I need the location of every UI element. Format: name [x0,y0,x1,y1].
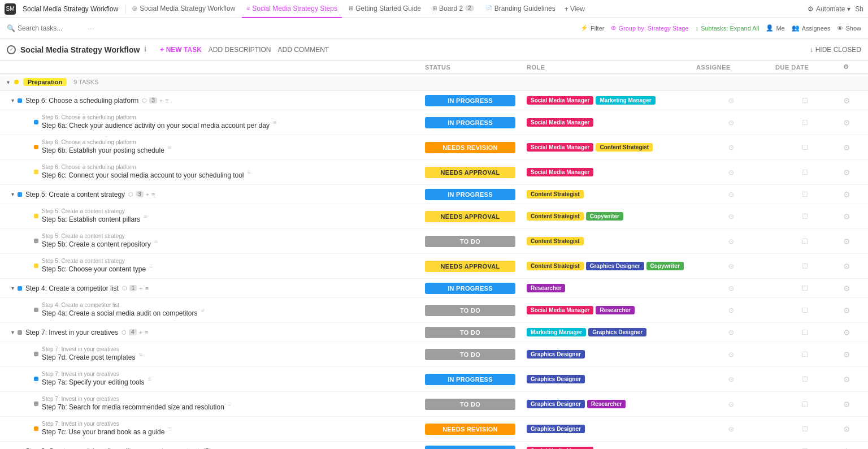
subtask-name-cell[interactable]: Step 5: Create a content strategy Step 5… [7,256,420,277]
subtask-status-cell[interactable]: TO DO [420,396,522,412]
subtask-date-cell[interactable]: ☐ [771,423,839,435]
subtask-name-cell[interactable]: Step 7: Invest in your creatives Step 7b… [7,394,420,415]
subtask-status-cell[interactable]: IN PROGRESS [420,115,522,131]
expand-icon[interactable] [11,329,14,335]
settings-icon[interactable]: ⚙ [843,237,850,246]
subtask-comment-icon[interactable]: ≡ [168,425,171,432]
subtask-status-cell[interactable]: IN PROGRESS [420,372,522,387]
assignees-button[interactable]: 👥 Assignees [792,24,831,32]
task-settings-cell[interactable]: ⚙ [839,94,861,107]
subtask-name-cell[interactable]: Step 7: Invest in your creatives Step 7c… [7,418,420,439]
subtask-comment-icon[interactable]: ≡ [154,238,158,244]
subtask-row[interactable]: Step 5: Create a content strategy Step 5… [0,254,868,279]
settings-icon[interactable]: ⚙ [843,306,850,315]
settings-icon[interactable]: ⚙ [843,375,850,384]
subtask-row[interactable]: Step 5: Create a content strategy Step 5… [0,229,868,254]
subtask-comment-icon[interactable]: ≡ [149,262,153,269]
subtask-settings-cell[interactable]: ⚙ [839,141,861,154]
settings-icon[interactable]: ⚙ [843,118,850,127]
task-settings-icon[interactable]: ⚙ [843,96,850,105]
task-comment-icon[interactable]: ≡ [165,97,168,104]
task-status-cell[interactable]: IN PROGRESS [420,443,522,450]
settings-icon[interactable]: ⚙ [843,400,850,409]
settings-icon[interactable]: ⚙ [843,212,850,221]
project-info-icon[interactable]: ℹ [144,46,146,53]
add-view-button[interactable]: + View [565,5,585,13]
add-comment-button[interactable]: ADD COMMENT [278,46,329,54]
subtask-comment-icon[interactable]: ≡ [147,375,151,382]
task-row[interactable]: Step 5: Create a content strategy ⬡ 3 + … [0,185,868,204]
subtask-date-cell[interactable]: ☐ [771,348,839,361]
subtask-status-cell[interactable]: TO DO [420,303,522,318]
task-name-cell[interactable]: Step 7: Invest in your creatives ⬡ 4 + ≡ [7,326,420,339]
add-subtask-icon[interactable]: + [139,285,142,292]
subtask-status-cell[interactable]: NEEDS APPROVAL [420,258,522,274]
subtask-name-cell[interactable]: Step 6: Choose a scheduling platform Ste… [7,137,420,158]
subtask-name-cell[interactable]: Step 5: Create a content strategy Step 5… [7,206,420,227]
subtask-comment-icon[interactable]: ≡ [273,119,276,126]
subtask-settings-cell[interactable]: ⚙ [839,166,861,179]
subtask-date-cell[interactable]: ☐ [771,166,839,179]
subtask-settings-cell[interactable]: ⚙ [839,348,861,361]
subtask-assignee-cell[interactable]: ⊙ [692,348,771,361]
hide-closed-button[interactable]: ↓ HIDE CLOSED [810,46,861,54]
subtask-name-cell[interactable]: Step 6: Choose a scheduling platform Ste… [7,162,420,183]
subtask-row[interactable]: Step 6: Choose a scheduling platform Ste… [0,135,868,160]
subtask-row[interactable]: Step 4: Create a competitor list Step 4a… [0,298,868,323]
subtask-name-cell[interactable]: Step 7: Invest in your creatives Step 7d… [7,344,420,365]
task-row[interactable]: Step 4: Create a competitor list ⬡ 1 + ≡… [0,279,868,298]
subtask-name-cell[interactable]: Step 4: Create a competitor list Step 4a… [7,300,420,321]
subtask-assignee-cell[interactable]: ⊙ [692,398,771,411]
automate-button[interactable]: ⚙ Automate ▾ [808,5,850,13]
task-settings-cell[interactable]: ⚙ [839,282,861,295]
subtask-status-cell[interactable]: NEEDS APPROVAL [420,165,522,180]
settings-icon[interactable]: ⚙ [843,425,850,434]
subtask-comment-icon[interactable]: ≡ [138,351,142,357]
subtask-row[interactable]: Step 7: Invest in your creatives Step 7a… [0,367,868,392]
task-status-cell[interactable]: IN PROGRESS [420,187,522,202]
task-assignee-cell[interactable]: ⊙ [692,282,771,295]
tab-board[interactable]: ⊞ Board 2 2 [428,0,479,18]
subtask-settings-cell[interactable]: ⚙ [839,116,861,129]
task-assignee-cell[interactable]: ⊙ [692,445,771,450]
task-settings-cell[interactable]: ⚙ [839,326,861,339]
task-date-cell[interactable]: ☐ [771,282,839,295]
task-name-cell[interactable]: Step 6: Choose a scheduling platform ⬡ 3… [7,94,420,107]
settings-icon[interactable]: ⚙ [843,350,850,359]
subtask-row[interactable]: Step 7: Invest in your creatives Step 7d… [0,342,868,367]
subtask-assignee-cell[interactable]: ⊙ [692,373,771,386]
tab-branding[interactable]: 📄 Branding Guidelines [481,0,560,18]
task-status-cell[interactable]: TO DO [420,325,522,340]
subtask-assignee-cell[interactable]: ⊙ [692,210,771,223]
subtask-date-cell[interactable]: ☐ [771,235,839,248]
settings-icon[interactable]: ⚙ [843,328,850,337]
share-button[interactable]: Sh [855,5,863,13]
settings-icon[interactable]: ⚙ [843,143,850,152]
subtask-row[interactable]: Step 7: Invest in your creatives Step 7b… [0,392,868,417]
subtask-status-cell[interactable]: NEEDS REVISION [420,140,522,156]
subtask-assignee-cell[interactable]: ⊙ [692,304,771,317]
expand-icon[interactable] [11,97,14,103]
subtask-comment-icon[interactable]: ≡ [248,169,251,175]
task-name-cell[interactable]: Step 4: Create a competitor list ⬡ 1 + ≡ [7,282,420,295]
subtask-status-cell[interactable]: TO DO [420,234,522,249]
subtask-assignee-cell[interactable]: ⊙ [692,166,771,179]
task-comment-icon[interactable]: ≡ [145,329,148,336]
add-subtask-icon[interactable]: + [146,191,149,198]
subtask-name-cell[interactable]: Step 7: Invest in your creatives Step 7a… [7,369,420,390]
subtask-date-cell[interactable]: ☐ [771,260,839,273]
subtask-settings-cell[interactable]: ⚙ [839,210,861,223]
subtask-date-cell[interactable]: ☐ [771,398,839,411]
task-date-cell[interactable]: ☐ [771,445,839,450]
subtask-row[interactable]: Step 6: Choose a scheduling platform Ste… [0,160,868,185]
subtasks-button[interactable]: ↕ Subtasks: Expand All [696,25,760,32]
subtask-row[interactable]: Step 5: Create a content strategy Step 5… [0,204,868,229]
subtask-comment-icon[interactable]: ≡ [228,400,231,407]
workspace-title[interactable]: Social Media Strategy Workflow [18,5,123,13]
subtask-status-cell[interactable]: TO DO [420,347,522,362]
task-assignee-cell[interactable]: ⊙ [692,326,771,339]
task-row[interactable]: Step 6: Choose a scheduling platform ⬡ 3… [0,91,868,110]
task-comment-icon[interactable]: ≡ [151,191,155,198]
subtask-row[interactable]: Step 6: Choose a scheduling platform Ste… [0,110,868,135]
expand-icon[interactable] [11,285,14,291]
